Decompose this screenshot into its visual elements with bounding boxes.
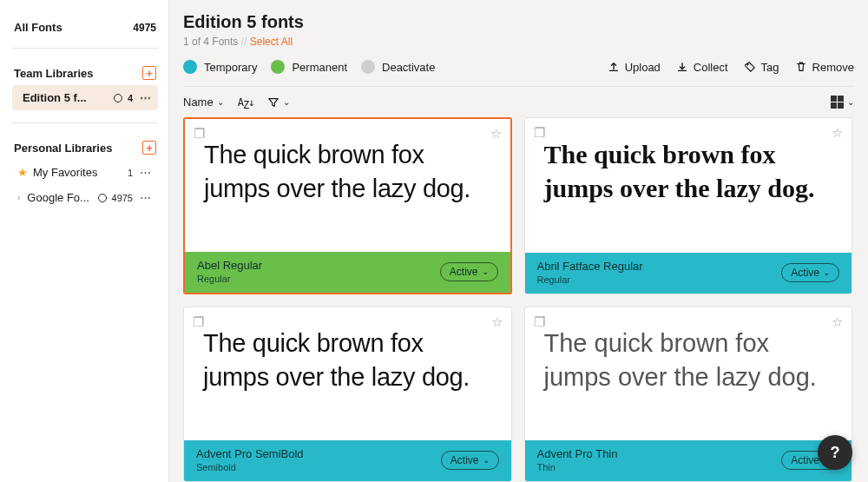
- legend-temporary[interactable]: Temporary: [183, 60, 257, 74]
- activation-status-label: Active: [450, 454, 479, 466]
- legend-permanent-label: Permanent: [292, 61, 347, 74]
- tag-button[interactable]: Tag: [744, 61, 779, 74]
- font-name: Advent Pro Thin: [537, 447, 618, 460]
- team-libraries-label: Team Libraries: [14, 67, 94, 80]
- sort-direction-button[interactable]: AZ↓: [238, 96, 254, 109]
- sort-by-label: Name: [183, 96, 214, 109]
- library-name: Google Fo...: [27, 191, 92, 204]
- card-footer: Advent Pro ThinThinActive⌄: [525, 440, 852, 481]
- font-card[interactable]: ❐☆The quick brown fox jumps over the laz…: [524, 307, 853, 482]
- add-team-library-button[interactable]: +: [142, 66, 156, 80]
- chevron-down-icon: ⌄: [483, 455, 490, 465]
- all-fonts-row[interactable]: All Fonts 4975: [12, 16, 158, 39]
- collect-label: Collect: [694, 61, 728, 74]
- font-card[interactable]: ❐☆The quick brown fox jumps over the laz…: [183, 117, 512, 294]
- page-title: Edition 5 fonts: [183, 12, 854, 32]
- library-count: 1: [128, 168, 133, 178]
- card-body: ❐☆The quick brown fox jumps over the laz…: [184, 307, 511, 440]
- favorite-star-icon[interactable]: ☆: [832, 314, 843, 330]
- font-style: Semibold: [196, 462, 304, 472]
- library-name: My Favorites: [33, 166, 122, 179]
- library-more-button[interactable]: ⋯: [138, 191, 153, 204]
- all-fonts-label: All Fonts: [14, 21, 62, 34]
- library-more-button[interactable]: ⋯: [138, 91, 153, 104]
- activation-status-label: Active: [450, 266, 478, 278]
- dot-deactivate-icon: [361, 60, 375, 74]
- font-style: Regular: [537, 274, 643, 285]
- select-all-link[interactable]: Select All: [250, 36, 293, 48]
- upload-button[interactable]: Upload: [608, 61, 661, 74]
- font-preview-text: The quick brown fox jumps over the lazy …: [544, 327, 833, 394]
- activation-status-button[interactable]: Active⌄: [440, 262, 498, 281]
- font-name: Advent Pro SemiBold: [196, 447, 304, 460]
- card-body: ❐☆The quick brown fox jumps over the laz…: [525, 307, 852, 440]
- font-preview-text: The quick brown fox jumps over the lazy …: [204, 138, 491, 206]
- copy-icon[interactable]: ❐: [534, 314, 545, 330]
- favorite-star-icon[interactable]: ☆: [832, 125, 843, 141]
- font-preview-text: The quick brown fox jumps over the lazy …: [544, 137, 833, 205]
- legend-deactivate-label: Deactivate: [382, 61, 435, 74]
- legend-deactivate[interactable]: Deactivate: [361, 60, 435, 74]
- font-name: Abel Regular: [197, 259, 262, 272]
- legend-temporary-label: Temporary: [204, 61, 257, 74]
- dot-permanent-icon: [271, 60, 285, 74]
- selection-count: 1 of 4 Fonts: [183, 36, 238, 48]
- favorite-star-icon[interactable]: ☆: [491, 314, 503, 330]
- sidebar: All Fonts 4975 Team Libraries + Edition …: [0, 0, 169, 482]
- personal-library-item-favorites[interactable]: ★ My Favorites 1 ⋯: [12, 160, 158, 185]
- view-mode-toggle[interactable]: ⌄: [831, 96, 854, 109]
- font-preview-text: The quick brown fox jumps over the lazy …: [203, 327, 492, 394]
- add-personal-library-button[interactable]: +: [142, 141, 156, 155]
- upload-icon: [608, 61, 620, 73]
- remove-button[interactable]: Remove: [795, 61, 854, 74]
- team-libraries-header: Team Libraries +: [12, 61, 158, 85]
- activation-status-button[interactable]: Active⌄: [781, 263, 839, 282]
- toolbar: Temporary Permanent Deactivate Upload: [183, 60, 854, 87]
- chevron-down-icon: ⌄: [482, 267, 489, 276]
- font-card[interactable]: ❐☆The quick brown fox jumps over the laz…: [183, 307, 512, 482]
- chevron-down-icon: ⌄: [283, 97, 290, 107]
- divider: [12, 48, 158, 49]
- sort-direction-icon: AZ↓: [238, 96, 254, 109]
- card-body: ❐☆The quick brown fox jumps over the laz…: [525, 118, 852, 253]
- trash-icon: [795, 61, 807, 73]
- personal-library-item-google[interactable]: › Google Fo... 4975 ⋯: [12, 185, 158, 210]
- favorite-star-icon[interactable]: ☆: [490, 126, 502, 142]
- chevron-down-icon: ⌄: [217, 97, 224, 107]
- personal-libraries-header: Personal Libraries +: [12, 135, 158, 160]
- font-card[interactable]: ❐☆The quick brown fox jumps over the laz…: [524, 117, 853, 294]
- help-button[interactable]: ?: [818, 435, 852, 470]
- grid-icon: [831, 96, 844, 109]
- chevron-right-icon: ›: [17, 193, 20, 202]
- copy-icon[interactable]: ❐: [193, 314, 204, 330]
- collect-button[interactable]: Collect: [676, 61, 728, 74]
- list-controls: Name ⌄ AZ↓ ⌄ ⌄: [183, 87, 854, 117]
- status-circle-icon: [98, 194, 107, 202]
- card-body: ❐☆The quick brown fox jumps over the laz…: [185, 119, 510, 252]
- activation-status-label: Active: [791, 454, 819, 466]
- font-card-grid: ❐☆The quick brown fox jumps over the laz…: [183, 117, 854, 482]
- main-panel: Edition 5 fonts 1 of 4 Fonts // Select A…: [169, 0, 868, 482]
- tag-label: Tag: [761, 61, 779, 74]
- team-library-item[interactable]: Edition 5 f... 4 ⋯: [12, 85, 158, 110]
- sort-by-button[interactable]: Name ⌄: [183, 96, 224, 109]
- activation-legend: Temporary Permanent Deactivate: [183, 60, 435, 74]
- legend-permanent[interactable]: Permanent: [271, 60, 347, 74]
- activation-status-button[interactable]: Active⌄: [441, 451, 499, 470]
- copy-icon[interactable]: ❐: [534, 125, 545, 141]
- copy-icon[interactable]: ❐: [194, 126, 205, 142]
- card-footer: Abril Fatface RegularRegularActive⌄: [525, 253, 852, 294]
- activation-status-label: Active: [791, 267, 819, 279]
- card-footer: Abel RegularRegularActive⌄: [185, 252, 510, 293]
- all-fonts-count: 4975: [133, 22, 156, 34]
- toolbar-actions: Upload Collect Tag: [608, 61, 854, 74]
- star-icon: ★: [17, 166, 28, 179]
- font-style: Thin: [537, 462, 618, 472]
- filter-button[interactable]: ⌄: [267, 96, 290, 109]
- status-circle-icon: [114, 94, 122, 102]
- library-count: 4975: [112, 193, 133, 203]
- filter-icon: [267, 96, 279, 109]
- chevron-down-icon: ⌄: [847, 97, 854, 107]
- help-icon: ?: [831, 444, 840, 462]
- library-more-button[interactable]: ⋯: [138, 166, 153, 179]
